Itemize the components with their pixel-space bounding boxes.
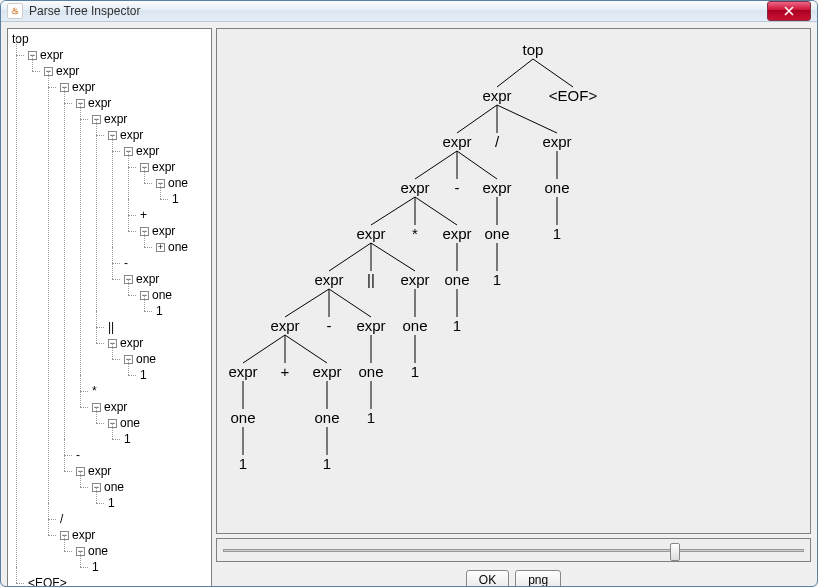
tree-item[interactable]: −expr −one 1 <box>74 463 209 511</box>
slider-thumb[interactable] <box>670 543 680 561</box>
diagram-node: expr <box>270 317 299 334</box>
tree-item[interactable]: −expr −expr −expr <box>106 127 209 319</box>
tree-leaf[interactable]: - <box>74 447 209 463</box>
expand-icon[interactable]: + <box>156 243 165 252</box>
java-icon: ♨ <box>7 3 23 19</box>
tree-item[interactable]: −expr −one 1 <box>138 159 209 207</box>
diagram-node: 1 <box>553 225 561 242</box>
ok-button[interactable]: OK <box>466 570 509 587</box>
svg-line-4 <box>497 105 557 133</box>
tree-item[interactable]: −expr +one <box>138 223 209 255</box>
tree-leaf[interactable]: / <box>58 511 209 527</box>
svg-line-16 <box>371 243 415 271</box>
diagram-node: expr <box>442 225 471 242</box>
tree-item[interactable]: −expr −expr −expr −expr <box>42 63 209 575</box>
png-button[interactable]: png <box>515 570 561 587</box>
diagram-node: expr <box>312 363 341 380</box>
diagram-node: one <box>230 409 255 426</box>
tree-panel[interactable]: top −expr −expr −expr −expr <box>7 28 212 587</box>
diagram-node: - <box>327 317 332 334</box>
titlebar[interactable]: ♨ Parse Tree Inspector <box>1 1 817 22</box>
content: top −expr −expr −expr −expr <box>1 22 817 587</box>
svg-line-19 <box>285 289 329 317</box>
diagram-node: one <box>444 271 469 288</box>
close-icon <box>784 6 794 16</box>
diagram-node: one <box>544 179 569 196</box>
svg-line-9 <box>371 197 415 225</box>
tree-item[interactable]: −expr −expr −expr −expr −exp <box>26 47 209 575</box>
tree-item[interactable]: −one 1 <box>90 479 209 511</box>
tree-item[interactable]: −expr −expr −one <box>122 143 209 255</box>
svg-line-21 <box>329 289 371 317</box>
diagram-node: / <box>495 133 499 150</box>
diagram-node: expr <box>442 133 471 150</box>
svg-line-0 <box>497 59 533 87</box>
diagram-node: 1 <box>453 317 461 334</box>
tree-item[interactable]: −expr −one 1 <box>106 335 209 383</box>
tree-leaf[interactable]: * <box>90 383 209 399</box>
diagram-node: expr <box>482 87 511 104</box>
tree-leaf[interactable]: 1 <box>122 431 209 447</box>
diagram-node: expr <box>400 271 429 288</box>
tree-item[interactable]: +one <box>154 239 209 255</box>
diagram-node: one <box>484 225 509 242</box>
diagram-node: + <box>281 363 290 380</box>
tree-leaf[interactable]: 1 <box>138 367 209 383</box>
svg-line-2 <box>457 105 497 133</box>
tree-leaf[interactable]: 1 <box>90 559 209 575</box>
diagram-node: one <box>358 363 383 380</box>
svg-line-26 <box>285 335 327 363</box>
zoom-slider[interactable] <box>216 538 811 562</box>
diagram-node: || <box>367 271 375 288</box>
diagram-node: - <box>455 179 460 196</box>
diagram-node: <EOF> <box>549 87 597 104</box>
diagram-canvas[interactable]: top expr <EOF> expr / expr expr - expr o… <box>216 28 811 534</box>
svg-line-11 <box>415 197 457 225</box>
tree-item[interactable]: −expr −one 1 <box>58 527 209 575</box>
svg-line-7 <box>457 151 497 179</box>
tree-item[interactable]: −one 1 <box>74 543 209 575</box>
tree-item[interactable]: −one 1 <box>122 351 209 383</box>
slider-track[interactable] <box>223 549 804 552</box>
tree-item[interactable]: −expr −expr −expr −expr <box>58 79 209 511</box>
tree-leaf[interactable]: 1 <box>154 303 209 319</box>
tree-leaf[interactable]: + <box>138 207 209 223</box>
diagram-node: top <box>523 41 544 58</box>
diagram-node: 1 <box>493 271 501 288</box>
tree-leaf[interactable]: 1 <box>170 191 209 207</box>
tree-item[interactable]: −expr −one 1 <box>90 399 209 447</box>
svg-line-5 <box>415 151 457 179</box>
svg-line-1 <box>533 59 573 87</box>
diagram-node: 1 <box>411 363 419 380</box>
diagram-node: expr <box>228 363 257 380</box>
diagram-node: expr <box>542 133 571 150</box>
tree-item[interactable]: −expr −expr −expr <box>90 111 209 383</box>
tree-leaf[interactable]: <EOF> <box>26 575 209 587</box>
right-panel: top expr <EOF> expr / expr expr - expr o… <box>216 28 811 587</box>
tree-item[interactable]: −expr −expr −expr <box>74 95 209 447</box>
diagram-node: expr <box>356 317 385 334</box>
diagram-node: one <box>402 317 427 334</box>
diagram-node: 1 <box>367 409 375 426</box>
tree-leaf[interactable]: 1 <box>106 495 209 511</box>
diagram-node: expr <box>400 179 429 196</box>
diagram-node: expr <box>314 271 343 288</box>
svg-line-24 <box>243 335 285 363</box>
tree-root[interactable]: top −expr −expr −expr −expr <box>10 31 209 587</box>
tree-item[interactable]: −one 1 <box>138 287 209 319</box>
diagram-node: expr <box>356 225 385 242</box>
tree-item[interactable]: −one 1 <box>154 175 209 207</box>
svg-line-14 <box>329 243 371 271</box>
tree-item[interactable]: −one 1 <box>106 415 209 447</box>
window-title: Parse Tree Inspector <box>29 4 767 18</box>
tree-item[interactable]: −expr −one 1 <box>122 271 209 319</box>
button-bar: OK png <box>216 566 811 587</box>
window: ♨ Parse Tree Inspector top −expr −expr −… <box>0 0 818 587</box>
tree-leaf[interactable]: || <box>106 319 209 335</box>
tree-leaf[interactable]: - <box>122 255 209 271</box>
diagram-node: one <box>314 409 339 426</box>
diagram-node: * <box>412 225 418 242</box>
diagram-lines <box>217 29 810 533</box>
close-button[interactable] <box>767 1 811 21</box>
diagram-node: 1 <box>239 455 247 472</box>
